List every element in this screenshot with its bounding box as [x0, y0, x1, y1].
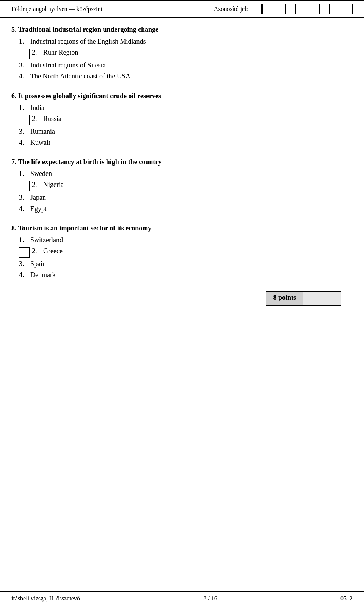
q7-answer-checkbox[interactable] [19, 181, 30, 191]
azonosito-box-4[interactable] [285, 4, 296, 14]
page-footer: írásbeli vizsga, II. összetevő 8 / 16 05… [0, 591, 364, 605]
q7-option-2: 2. Nigeria [19, 180, 353, 191]
azonosito-box-6[interactable] [308, 4, 318, 14]
q5-opt3-text: Industrial regions of Silesia [30, 61, 105, 70]
azonosito-box-7[interactable] [319, 4, 330, 14]
question-5-options: 1. Industrial regions of the English Mid… [19, 37, 353, 82]
q6-opt3-text: Rumania [30, 127, 55, 136]
points-section: 8 points [11, 291, 341, 306]
azonosito-label: Azonosító jel: [214, 6, 248, 13]
question-7-options: 1. Sweden 2. Nigeria 3. Japan 4. Egypt [19, 169, 353, 214]
q5-opt2-number: 2. [32, 48, 43, 57]
q6-option-4: 4. Kuwait [19, 138, 353, 147]
question-6-options: 1. India 2. Russia 3. Rumania 4. Kuwait [19, 103, 353, 148]
question-5: 5. Traditional industrial region undergo… [11, 26, 353, 82]
footer-right: 0512 [340, 595, 353, 602]
q5-opt3-number: 3. [19, 61, 30, 70]
main-content: 5. Traditional industrial region undergo… [0, 18, 364, 336]
q8-option-4: 4. Denmark [19, 270, 353, 280]
q6-opt2-text: Russia [43, 114, 61, 124]
q8-option-1: 1. Switzerland [19, 235, 353, 245]
q6-option-3: 3. Rumania [19, 127, 353, 136]
q8-option-2: 2. Greece [19, 246, 353, 258]
q5-opt1-number: 1. [19, 37, 30, 46]
q7-opt3-number: 3. [19, 193, 30, 202]
q5-opt2-text: Ruhr Region [43, 48, 78, 57]
azonosito-box-8[interactable] [331, 4, 341, 14]
question-8: 8. Tourism is an important sector of its… [11, 224, 353, 280]
q8-opt3-number: 3. [19, 259, 30, 269]
q6-answer-checkbox[interactable] [19, 115, 30, 125]
q5-opt4-number: 4. [19, 72, 30, 81]
q8-opt3-text: Spain [30, 259, 46, 269]
q6-option-1: 1. India [19, 103, 353, 113]
q6-opt4-text: Kuwait [30, 138, 50, 147]
q8-opt1-number: 1. [19, 235, 30, 245]
q6-opt3-number: 3. [19, 127, 30, 136]
azonosito-boxes [251, 4, 353, 14]
q7-opt2-number: 2. [32, 180, 43, 190]
q5-opt1-text: Industrial regions of the English Midlan… [30, 37, 146, 46]
azonosito-box-1[interactable] [251, 4, 262, 14]
q8-opt2-text: Greece [43, 246, 63, 256]
q7-opt1-number: 1. [19, 169, 30, 179]
question-6: 6. It possesses globally significant cru… [11, 92, 353, 148]
q7-opt4-text: Egypt [30, 204, 47, 214]
q7-opt4-number: 4. [19, 204, 30, 214]
q8-opt4-number: 4. [19, 270, 30, 280]
q8-opt1-text: Switzerland [30, 235, 63, 245]
points-value-box[interactable] [303, 291, 341, 306]
q7-option-1: 1. Sweden [19, 169, 353, 179]
q8-option-3: 3. Spain [19, 259, 353, 269]
points-label: 8 points [266, 291, 303, 306]
q5-answer-checkbox[interactable] [19, 49, 30, 59]
page-container: Földrajz angol nyelven — középszint Azon… [0, 0, 364, 605]
footer-center: 8 / 16 [203, 595, 217, 602]
question-5-title: 5. Traditional industrial region undergo… [11, 26, 353, 34]
q6-opt1-number: 1. [19, 103, 30, 113]
header-title: Földrajz angol nyelven — középszint [11, 6, 102, 13]
question-8-title: 8. Tourism is an important sector of its… [11, 224, 353, 232]
q7-opt1-text: Sweden [30, 169, 52, 179]
q8-opt4-text: Denmark [30, 270, 56, 280]
question-6-title: 6. It possesses globally significant cru… [11, 92, 353, 100]
q7-opt2-text: Nigeria [43, 180, 64, 190]
q5-option-3: 3. Industrial regions of Silesia [19, 61, 353, 70]
q5-option-2: 2. Ruhr Region [19, 48, 353, 59]
q7-option-4: 4. Egypt [19, 204, 353, 214]
azonosito-box-3[interactable] [274, 4, 284, 14]
page-header: Földrajz angol nyelven — középszint Azon… [0, 0, 364, 18]
q8-opt2-number: 2. [32, 246, 43, 256]
q5-opt4-text: The North Atlantic coast of the USA [30, 72, 130, 81]
azonosito-box-2[interactable] [262, 4, 273, 14]
q5-option-4: 4. The North Atlantic coast of the USA [19, 72, 353, 81]
q6-option-2: 2. Russia [19, 114, 353, 125]
q5-option-1: 1. Industrial regions of the English Mid… [19, 37, 353, 46]
azonosito-box-9[interactable] [342, 4, 353, 14]
question-7: 7. The life expectancy at birth is high … [11, 158, 353, 214]
footer-left: írásbeli vizsga, II. összetevő [11, 595, 80, 602]
q6-opt2-number: 2. [32, 114, 43, 124]
azonosito-box-5[interactable] [297, 4, 307, 14]
q7-opt3-text: Japan [30, 193, 46, 202]
q6-opt4-number: 4. [19, 138, 30, 147]
q7-option-3: 3. Japan [19, 193, 353, 202]
question-7-title: 7. The life expectancy at birth is high … [11, 158, 353, 166]
question-8-options: 1. Switzerland 2. Greece 3. Spain 4. Den… [19, 235, 353, 280]
header-right: Azonosító jel: [214, 4, 353, 14]
q8-answer-checkbox[interactable] [19, 247, 30, 258]
q6-opt1-text: India [30, 103, 44, 113]
